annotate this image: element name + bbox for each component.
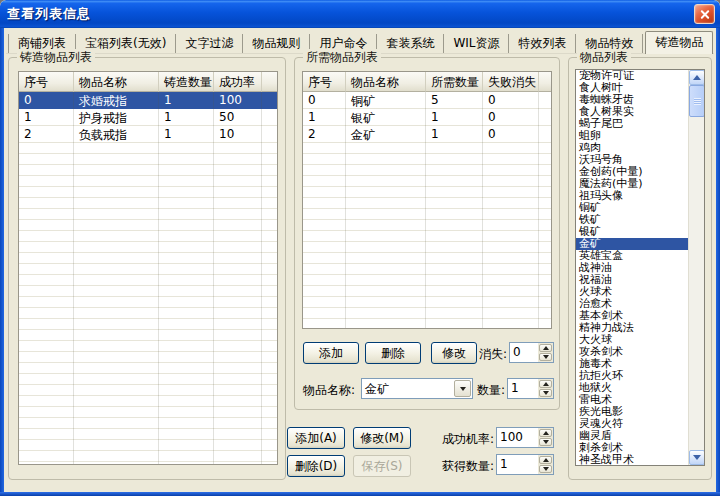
- list-item[interactable]: 大火球: [576, 334, 704, 346]
- list-item[interactable]: 地狱火: [576, 382, 704, 394]
- table-cell: 1: [19, 109, 74, 125]
- list-item[interactable]: 食人树果实: [576, 106, 704, 118]
- list-item[interactable]: 刺杀剑术: [576, 442, 704, 454]
- spin-up-button[interactable]: [539, 380, 552, 388]
- scroll-up-button[interactable]: [689, 70, 705, 85]
- table-row[interactable]: 0求婚戒指1100: [19, 92, 277, 109]
- list-item[interactable]: 蝎子尾巴: [576, 118, 704, 130]
- quantity-value[interactable]: 1: [508, 379, 538, 398]
- tab-10[interactable]: 铸造物品: [645, 31, 713, 54]
- lose-spinedit[interactable]: 0: [509, 342, 554, 363]
- list-item[interactable]: 神圣战甲术: [576, 454, 704, 466]
- spin-down-button[interactable]: [539, 353, 552, 361]
- list-item[interactable]: 铜矿: [576, 202, 704, 214]
- spin-up-button[interactable]: [539, 456, 552, 464]
- forge-items-table: 序号物品名称铸造数量成功率0求婚戒指11001护身戒指1502负载戒指110: [18, 71, 278, 465]
- item-name-combobox[interactable]: 金矿: [361, 378, 473, 399]
- list-item[interactable]: 幽灵盾: [576, 430, 704, 442]
- quantity-spinedit[interactable]: 1: [507, 378, 554, 399]
- list-item[interactable]: 抗拒火环: [576, 370, 704, 382]
- spin-down-button[interactable]: [539, 438, 552, 446]
- forge-delete-button[interactable]: 删除(D): [287, 455, 345, 477]
- list-item[interactable]: 英雄宝盒: [576, 250, 704, 262]
- list-item[interactable]: 银矿: [576, 226, 704, 238]
- list-item[interactable]: 蛆卵: [576, 130, 704, 142]
- column-header[interactable]: 所需数量: [426, 72, 483, 92]
- scroll-up-icon: [693, 75, 701, 80]
- list-item[interactable]: 施毒术: [576, 358, 704, 370]
- combo-dropdown-button[interactable]: [454, 380, 471, 397]
- tab-6[interactable]: 套装系统: [377, 34, 444, 53]
- tab-7[interactable]: WIL资源: [444, 34, 509, 53]
- scrollbar-thumb[interactable]: [689, 85, 705, 117]
- required-modify-button[interactable]: 修改: [431, 342, 477, 364]
- list-item[interactable]: 雷电术: [576, 394, 704, 406]
- spin-down-button[interactable]: [539, 389, 552, 397]
- list-item[interactable]: 火球术: [576, 286, 704, 298]
- table-cell: 2: [303, 126, 346, 142]
- tab-3[interactable]: 文字过滤: [176, 34, 243, 53]
- required-delete-button[interactable]: 删除: [365, 342, 421, 364]
- column-header[interactable]: 铸造数量: [159, 72, 214, 92]
- table-cell: 100: [214, 92, 262, 108]
- scrollbar[interactable]: [688, 70, 704, 465]
- forge-add-button[interactable]: 添加(A): [287, 427, 345, 449]
- arrow-down-icon: [543, 391, 549, 395]
- column-header[interactable]: 序号: [303, 72, 346, 92]
- column-header[interactable]: 物品名称: [346, 72, 426, 92]
- column-header[interactable]: 失败消失: [483, 72, 539, 92]
- list-item[interactable]: 战神油: [576, 262, 704, 274]
- gain-count-value[interactable]: 1: [497, 455, 538, 474]
- forge-save-button[interactable]: 保存(S): [353, 455, 411, 477]
- list-item[interactable]: 铁矿: [576, 214, 704, 226]
- window-border-right: [716, 28, 720, 496]
- close-button[interactable]: [694, 4, 715, 24]
- window-title: 查看列表信息: [0, 5, 91, 23]
- spin-up-button[interactable]: [539, 344, 552, 352]
- list-item[interactable]: 金矿: [576, 238, 704, 250]
- list-item[interactable]: 疾光电影: [576, 406, 704, 418]
- table-row[interactable]: 1银矿10: [303, 109, 551, 126]
- list-item[interactable]: 沃玛号角: [576, 154, 704, 166]
- list-item[interactable]: 毒蜘蛛牙齿: [576, 94, 704, 106]
- item-listbox[interactable]: 宠物许可证食人树叶毒蜘蛛牙齿食人树果实蝎子尾巴蛆卵鸡肉沃玛号角金创药(中量)魔法…: [575, 69, 705, 466]
- list-item[interactable]: 魔法药(中量): [576, 178, 704, 190]
- forge-delete-button-label: 删除(D): [295, 458, 338, 475]
- list-item[interactable]: 精神力战法: [576, 322, 704, 334]
- list-item[interactable]: 金创药(中量): [576, 166, 704, 178]
- forge-list-groupbox: 铸造物品列表 序号物品名称铸造数量成功率0求婚戒指11001护身戒指1502负载…: [8, 57, 286, 480]
- title-bar[interactable]: 查看列表信息: [0, 0, 720, 28]
- spin-up-button[interactable]: [539, 429, 552, 437]
- required-add-button[interactable]: 添加: [303, 342, 359, 364]
- list-item[interactable]: 灵魂火符: [576, 418, 704, 430]
- gain-count-spinedit[interactable]: 1: [496, 454, 554, 475]
- list-item[interactable]: 治愈术: [576, 298, 704, 310]
- list-item[interactable]: 食人树叶: [576, 82, 704, 94]
- list-item[interactable]: 祝福油: [576, 274, 704, 286]
- column-header[interactable]: 物品名称: [74, 72, 159, 92]
- table-row[interactable]: 2金矿10: [303, 126, 551, 143]
- table-row[interactable]: 1护身戒指150: [19, 109, 277, 126]
- tab-4[interactable]: 物品规则: [243, 34, 310, 53]
- success-rate-spinedit[interactable]: 100: [496, 427, 554, 448]
- scroll-down-button[interactable]: [689, 450, 705, 465]
- column-header[interactable]: 成功率: [214, 72, 262, 92]
- required-items-table: 序号物品名称所需数量失败消失0铜矿501银矿102金矿10: [302, 71, 552, 329]
- table-row[interactable]: 0铜矿50: [303, 92, 551, 109]
- forge-modify-button[interactable]: 修改(M): [353, 427, 411, 449]
- lose-value[interactable]: 0: [510, 343, 538, 362]
- list-item[interactable]: 基本剑术: [576, 310, 704, 322]
- list-item[interactable]: 鸡肉: [576, 142, 704, 154]
- list-item[interactable]: 攻杀剑术: [576, 346, 704, 358]
- column-header[interactable]: 序号: [19, 72, 74, 92]
- table-row[interactable]: 2负载戒指110: [19, 126, 277, 143]
- success-rate-value[interactable]: 100: [497, 428, 538, 447]
- list-item[interactable]: 宠物许可证: [576, 70, 704, 82]
- success-rate-spin-buttons: [538, 428, 553, 447]
- arrow-up-icon: [543, 458, 549, 462]
- list-item[interactable]: 祖玛头像: [576, 190, 704, 202]
- arrow-down-icon: [543, 355, 549, 359]
- arrow-up-icon: [543, 382, 549, 386]
- spin-down-button[interactable]: [539, 465, 552, 473]
- tab-8[interactable]: 特效列表: [509, 34, 576, 53]
